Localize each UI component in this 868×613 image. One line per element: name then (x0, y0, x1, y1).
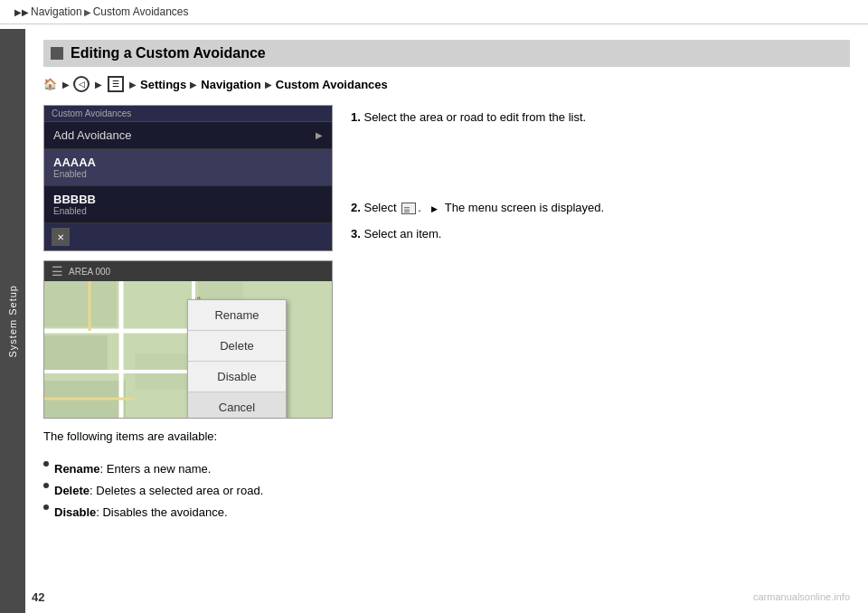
breadcrumb-nav: Navigation (31, 5, 82, 18)
path-settings: Settings (140, 78, 186, 91)
section-title: Editing a Custom Avoidance (71, 45, 266, 61)
add-avoidance-label: Add Avoidance (53, 128, 132, 142)
delete-icon[interactable]: ✕ (52, 228, 70, 246)
item-bbbbb-status: Enabled (53, 206, 96, 216)
left-column: Custom Avoidances Add Avoidance ▶ AAAAA … (43, 105, 333, 524)
svg-rect-1 (44, 281, 117, 326)
map-background: E-23 N-12 Rename Delete Disable Cancel (44, 281, 332, 419)
step-3-text: Select an item. (363, 227, 441, 240)
bullet-disable-text: Disable: Disables the avoidance. (54, 503, 228, 523)
step-2-num: 2. (351, 201, 361, 214)
sidebar-label: System Setup (7, 285, 18, 357)
popup-menu: Rename Delete Disable Cancel (187, 299, 287, 419)
path-arrow-3: ▶ (190, 80, 197, 90)
bullet-rename-text: Rename: Enters a new name. (54, 459, 211, 479)
svg-rect-2 (44, 335, 108, 372)
path-line: 🏠 ▶ ◁ ▶ ☰ ▶ Settings ▶ Navigation ▶ Cust… (43, 76, 850, 92)
two-column-layout: Custom Avoidances Add Avoidance ▶ AAAAA … (43, 105, 850, 524)
map-menu-icon[interactable]: ☰ (52, 264, 63, 278)
screen-title: Custom Avoidances (44, 106, 332, 122)
screen-bottom-bar: ✕ (44, 223, 332, 250)
bullet-intro: The following items are available: (43, 429, 217, 443)
path-arrow-1: ▶ (95, 80, 102, 90)
screen-mockup-map: ☰ AREA 000 (43, 260, 333, 419)
step-2: 2. Select . The menu screen is displayed… (351, 199, 850, 217)
step-1-text: Select the area or road to edit from the… (363, 110, 586, 124)
back-icon: ◁ (73, 76, 90, 92)
screen-item-bbbbb[interactable]: BBBBB Enabled (44, 186, 332, 223)
add-arrow-icon: ▶ (316, 130, 323, 140)
screen-add-avoidance[interactable]: Add Avoidance ▶ (44, 122, 332, 149)
popup-delete[interactable]: Delete (188, 331, 286, 362)
bullet-delete: Delete: Deletes a selected area or road. (43, 481, 333, 501)
path-custom: Custom Avoidances (276, 78, 388, 91)
path-navigation: Navigation (201, 78, 260, 91)
step-2-arrow: The menu screen is displayed. (431, 199, 604, 217)
step-2-text: Select (363, 201, 400, 214)
breadcrumb-arrows: ▶▶ (14, 7, 29, 17)
popup-cancel[interactable]: Cancel (188, 392, 286, 419)
bullet-disable: Disable: Disables the avoidance. (43, 503, 333, 523)
map-header: ☰ AREA 000 (44, 261, 332, 281)
step-1: 1. Select the area or road to edit from … (351, 108, 850, 127)
breadcrumb-custom: Custom Avoidances (93, 5, 189, 18)
bullet-delete-text: Delete: Deletes a selected area or road. (54, 481, 263, 501)
step-2b-text: The menu screen is displayed. (445, 201, 604, 214)
item-aaaaa-container: AAAAA Enabled (53, 156, 96, 179)
screen-mockup-list: Custom Avoidances Add Avoidance ▶ AAAAA … (43, 105, 333, 251)
watermark: carmanualsonline.info (753, 591, 850, 602)
below-screens-text: The following items are available: (43, 428, 333, 447)
main-content: Editing a Custom Avoidance 🏠 ▶ ◁ ▶ ☰ ▶ S… (25, 29, 868, 613)
item-aaaaa-status: Enabled (53, 169, 96, 179)
home-icon: 🏠 (43, 78, 57, 90)
sidebar: System Setup (0, 29, 25, 613)
item-bbbbb-name: BBBBB (53, 193, 96, 206)
step-1-num: 1. (351, 110, 361, 124)
screen-item-aaaaa[interactable]: AAAAA Enabled (44, 149, 332, 186)
section-heading: Editing a Custom Avoidance (43, 40, 850, 67)
menu-icon: ☰ (108, 76, 124, 92)
popup-rename[interactable]: Rename (188, 300, 286, 331)
path-arrow-2: ▶ (129, 80, 137, 90)
path-arrow-4: ▶ (265, 80, 272, 90)
step-3-num: 3. (351, 227, 361, 240)
bullet-dot-rename (43, 461, 49, 467)
step-3: 3. Select an item. (351, 225, 850, 243)
bullet-list: Rename: Enters a new name. Delete: Delet… (43, 459, 333, 523)
heading-square-icon (51, 47, 63, 60)
bullet-dot-delete (43, 483, 49, 488)
bullet-dot-disable (43, 505, 49, 510)
map-area-label: AREA 000 (69, 267, 110, 277)
item-bbbbb-container: BBBBB Enabled (53, 193, 96, 216)
breadcrumb-arrow1: ▶ (84, 7, 91, 17)
popup-disable[interactable]: Disable (188, 362, 286, 392)
breadcrumb-bar: ▶▶ Navigation ▶ Custom Avoidances (0, 0, 868, 24)
inline-menu-reference-icon (401, 203, 416, 214)
path-arrow-0: ▶ (62, 80, 70, 90)
right-column: 1. Select the area or road to edit from … (351, 105, 850, 524)
item-aaaaa-name: AAAAA (53, 156, 96, 169)
bullet-rename: Rename: Enters a new name. (43, 459, 333, 479)
